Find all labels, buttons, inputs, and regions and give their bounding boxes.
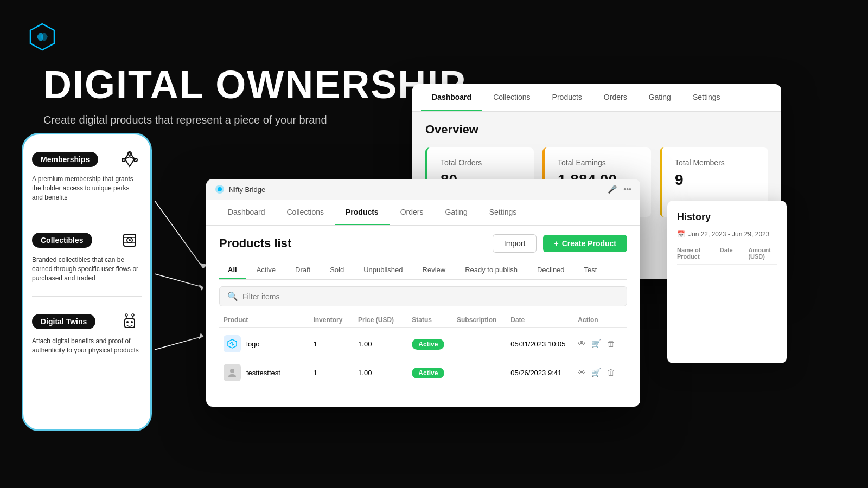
table-header: Product Inventory Price (USD) Status Sub… bbox=[219, 313, 627, 328]
orders-label: Total Orders bbox=[441, 158, 521, 167]
filter-tab-active[interactable]: Active bbox=[248, 261, 284, 279]
col-date: Date bbox=[510, 316, 578, 324]
digital-twins-badge: Digital Twins bbox=[32, 314, 95, 329]
delete-icon-2[interactable]: 🗑 bbox=[607, 368, 615, 377]
dashboard-nav-gating[interactable]: Gating bbox=[638, 84, 682, 111]
filter-tab-sold[interactable]: Sold bbox=[321, 261, 353, 279]
svg-point-1 bbox=[128, 152, 131, 155]
dashboard-nav: Dashboard Collections Products Orders Ga… bbox=[412, 84, 781, 112]
status-badge-test: Active bbox=[412, 368, 444, 378]
import-button[interactable]: Import bbox=[493, 234, 537, 253]
date-logo: 05/31/2023 10:05 bbox=[510, 340, 578, 348]
dashboard-nav-products[interactable]: Products bbox=[541, 84, 593, 111]
collectibles-desc: Branded collectibles that can be earned … bbox=[32, 255, 142, 282]
products-nav-dashboard[interactable]: Dashboard bbox=[217, 200, 276, 225]
divider-2 bbox=[32, 296, 142, 297]
products-nav-products[interactable]: Products bbox=[335, 200, 390, 225]
filter-tabs: All Active Draft Sold Unpublished Review… bbox=[219, 261, 627, 280]
svg-marker-17 bbox=[199, 284, 203, 291]
digital-twins-desc: Attach digital benefits and proof of aut… bbox=[32, 337, 142, 355]
product-name-logo: logo bbox=[246, 340, 260, 348]
product-thumb-logo bbox=[224, 335, 241, 352]
headline-section: DIGITAL OWNERSHIP Create digital product… bbox=[43, 65, 466, 126]
calendar-icon: 📅 bbox=[677, 230, 685, 238]
col-action: Action bbox=[578, 316, 623, 324]
main-subtitle: Create digital products that represent a… bbox=[43, 114, 466, 126]
product-cell-logo: logo bbox=[224, 335, 313, 352]
view-icon[interactable]: 👁 bbox=[578, 339, 586, 349]
product-cell-test: testtesttest bbox=[224, 364, 313, 381]
svg-point-13 bbox=[132, 314, 134, 316]
action-icons-test: 👁 🛒 🗑 bbox=[578, 368, 623, 377]
products-list-title: Products list bbox=[219, 236, 291, 251]
product-thumb-test bbox=[224, 364, 241, 381]
dashboard-nav-orders[interactable]: Orders bbox=[593, 84, 638, 111]
divider-1 bbox=[32, 215, 142, 215]
products-header: Products list Import + Create Product bbox=[219, 234, 627, 253]
view-icon-2[interactable]: 👁 bbox=[578, 368, 586, 377]
products-nav-collections[interactable]: Collections bbox=[276, 200, 335, 225]
search-icon: 🔍 bbox=[227, 291, 238, 301]
search-bar: 🔍 bbox=[219, 286, 627, 306]
products-body: Products list Import + Create Product Al… bbox=[206, 226, 640, 396]
history-date-range: Jun 22, 2023 - Jun 29, 2023 bbox=[688, 230, 769, 238]
products-titlebar: Nifty Bridge 🎤 ••• bbox=[206, 179, 640, 200]
filter-tab-all[interactable]: All bbox=[219, 261, 246, 279]
filter-tab-declined[interactable]: Declined bbox=[528, 261, 573, 279]
svg-point-21 bbox=[218, 187, 222, 191]
svg-point-11 bbox=[131, 321, 133, 323]
search-input[interactable] bbox=[242, 292, 619, 301]
products-nav-orders[interactable]: Orders bbox=[390, 200, 435, 225]
memberships-desc: A premium membership that grants the hol… bbox=[32, 175, 142, 202]
filter-tab-review[interactable]: Review bbox=[414, 261, 455, 279]
history-col-name: Name of Product bbox=[677, 247, 720, 260]
digital-twins-icon bbox=[118, 310, 142, 333]
filter-tab-test[interactable]: Test bbox=[576, 261, 606, 279]
svg-point-23 bbox=[230, 369, 234, 373]
price-logo: 1.00 bbox=[358, 340, 412, 348]
filter-tab-unpublished[interactable]: Unpublished bbox=[355, 261, 411, 279]
delete-icon[interactable]: 🗑 bbox=[607, 339, 615, 349]
earnings-label: Total Earnings bbox=[558, 158, 638, 167]
dashboard-nav-collections[interactable]: Collections bbox=[482, 84, 541, 111]
inventory-logo: 1 bbox=[313, 340, 358, 348]
dashboard-nav-settings[interactable]: Settings bbox=[682, 84, 731, 111]
table-row: testtesttest 1 1.00 Active 05/26/2023 9:… bbox=[219, 358, 627, 387]
svg-marker-19 bbox=[199, 333, 203, 339]
filter-tab-ready[interactable]: Ready to publish bbox=[456, 261, 526, 279]
history-title: History bbox=[677, 211, 777, 223]
col-product: Product bbox=[224, 316, 313, 324]
memberships-badge: Memberships bbox=[32, 152, 98, 167]
inventory-test: 1 bbox=[313, 369, 358, 377]
main-title: DIGITAL OWNERSHIP bbox=[43, 65, 466, 104]
more-icon[interactable]: ••• bbox=[623, 185, 631, 194]
overview-title: Overview bbox=[425, 123, 768, 137]
products-nav-gating[interactable]: Gating bbox=[434, 200, 478, 225]
collectibles-badge: Collectibles bbox=[32, 233, 92, 248]
plus-icon: + bbox=[554, 239, 558, 248]
create-product-button[interactable]: + Create Product bbox=[543, 235, 627, 252]
history-table-header: Name of Product Date Amount (USD) bbox=[677, 247, 777, 265]
col-subscription: Subscription bbox=[457, 316, 510, 324]
history-date: 📅 Jun 22, 2023 - Jun 29, 2023 bbox=[677, 230, 777, 238]
history-col-date: Date bbox=[720, 247, 749, 260]
svg-point-2 bbox=[122, 158, 125, 162]
date-test: 05/26/2023 9:41 bbox=[510, 369, 578, 377]
products-nav-settings[interactable]: Settings bbox=[478, 200, 528, 225]
history-panel: History 📅 Jun 22, 2023 - Jun 29, 2023 Na… bbox=[667, 201, 787, 363]
cart-icon[interactable]: 🛒 bbox=[591, 339, 602, 349]
svg-point-3 bbox=[134, 158, 137, 162]
status-logo: Active bbox=[412, 340, 457, 348]
col-status: Status bbox=[412, 316, 457, 324]
col-price: Price (USD) bbox=[358, 316, 412, 324]
microphone-icon[interactable]: 🎤 bbox=[608, 185, 617, 194]
phone-item-memberships: Memberships A premium membership that gr… bbox=[32, 147, 142, 202]
members-value: 9 bbox=[675, 171, 755, 189]
col-inventory: Inventory bbox=[313, 316, 358, 324]
collectibles-icon bbox=[118, 228, 142, 252]
product-name-test: testtesttest bbox=[246, 369, 280, 377]
cart-icon-2[interactable]: 🛒 bbox=[591, 368, 602, 377]
filter-tab-draft[interactable]: Draft bbox=[286, 261, 319, 279]
dashboard-nav-dashboard[interactable]: Dashboard bbox=[421, 84, 482, 111]
members-label: Total Members bbox=[675, 158, 755, 167]
